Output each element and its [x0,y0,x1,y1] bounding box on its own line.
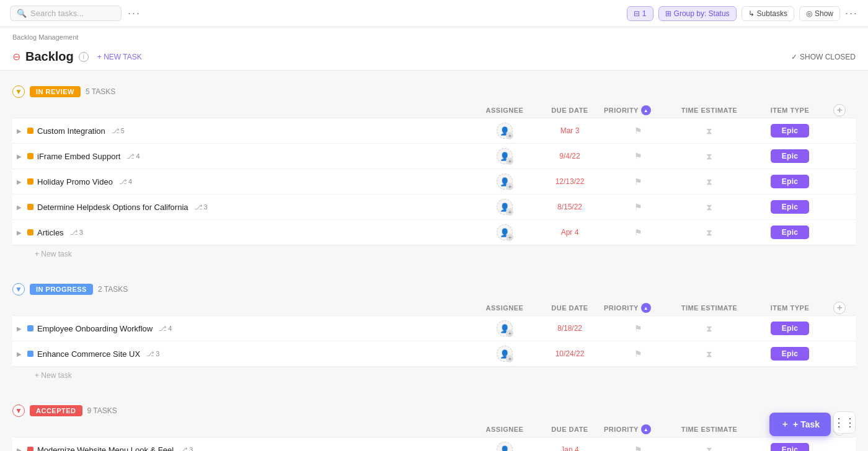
time-estimate-cell[interactable]: ⧗ [672,126,746,136]
new-task-header-button[interactable]: + NEW TASK [94,51,146,63]
section-collapse-btn-in-progress[interactable]: ▼ [12,283,25,296]
priority-sort-icon-in-progress[interactable]: ▲ [641,303,651,313]
checkmark-icon: ✓ [791,53,797,61]
backlog-collapse-icon[interactable]: ⊖ [12,51,20,63]
task-name-cell: ▶ Determine Helpdesk Options for Califor… [12,203,474,212]
priority-cell[interactable]: ⚑ [604,349,672,359]
group-icon: ⊞ [665,9,671,18]
priority-sort-icon-accepted[interactable]: ▲ [641,424,651,434]
table-row[interactable]: ▶ Modernize Website Menu Look & Feel ⎇ 3… [12,437,856,451]
due-date-cell: Apr 4 [536,228,604,237]
section-task-count-accepted: 9 TASKS [87,406,117,415]
section-accepted: ▼ ACCEPTED 9 TASKS ASSIGNEE DUE DATE PRI… [12,401,856,451]
time-estimate-cell[interactable]: ⧗ [672,445,746,452]
section-collapse-btn-in-review[interactable]: ▼ [12,85,25,98]
avatar[interactable]: 👤 ＋ [497,442,513,451]
priority-cell[interactable]: ⚑ [604,445,672,451]
time-estimate-cell[interactable]: ⧗ [672,349,746,359]
time-estimate-cell[interactable]: ⧗ [672,202,746,212]
col-add-in-review: ＋ [833,104,856,116]
item-type-cell: Epic [746,124,833,138]
task-color-dot [27,447,33,451]
info-icon[interactable]: i [79,52,89,62]
expand-arrow[interactable]: ▶ [15,228,24,237]
flag-icon: ⚑ [634,227,642,237]
subtasks-label: Subtasks [757,9,787,18]
table-row[interactable]: ▶ Employee Onboarding Workflow ⎇ 4 👤 ＋ 8… [12,316,856,341]
avatar[interactable]: 👤 ＋ [497,224,513,240]
avatar[interactable]: 👤 ＋ [497,346,513,362]
time-estimate-cell[interactable]: ⧗ [672,151,746,162]
section-collapse-btn-accepted[interactable]: ▼ [12,405,25,417]
col-headers-in-review: ASSIGNEE DUE DATE PRIORITY ▲ TIME ESTIMA… [12,102,856,118]
avatar[interactable]: 👤 ＋ [497,320,513,336]
col-headers-accepted: ASSIGNEE DUE DATE PRIORITY ▲ TIME ESTIMA… [12,421,856,437]
avatar[interactable]: 👤 ＋ [497,148,513,164]
table-row[interactable]: ▶ Articles ⎇ 3 👤 ＋ Apr 4 ⚑ ⧗ [12,220,856,245]
avatar-plus-icon: ＋ [506,132,513,139]
flag-icon: ⚑ [634,202,642,212]
filter-button[interactable]: ⊟ 1 [627,6,653,21]
show-closed-button[interactable]: ✓ SHOW CLOSED [791,53,856,61]
table-row[interactable]: ▶ iFrame Embed Support ⎇ 4 👤 ＋ 9/4/22 ⚑ … [12,144,856,169]
search-box[interactable]: 🔍 Search tasks... [10,6,122,21]
subtask-icon: ⎇ [146,350,154,358]
subtask-icon: ⎇ [159,325,167,333]
item-type-cell: Epic [746,200,833,214]
expand-arrow[interactable]: ▶ [15,152,24,160]
col-duedate-accepted: DUE DATE [536,426,604,433]
due-date-cell: Mar 3 [536,126,604,135]
time-estimate-cell[interactable]: ⧗ [672,177,746,187]
topbar-more-btn[interactable]: ··· [128,7,141,20]
expand-arrow[interactable]: ▶ [15,445,24,451]
task-name-cell: ▶ Custom Integration ⎇ 5 [12,126,474,136]
show-button[interactable]: ◎ Show [799,6,840,21]
task-list-in-progress: ▶ Employee Onboarding Workflow ⎇ 4 👤 ＋ 8… [12,316,856,367]
expand-arrow[interactable]: ▶ [15,126,24,135]
add-col-btn-in-progress[interactable]: ＋ [833,302,846,314]
task-name: iFrame Embed Support [37,152,120,161]
subtask-count: ⎇ 5 [112,127,125,135]
expand-arrow[interactable]: ▶ [15,177,24,186]
new-task-row[interactable]: + New task [12,246,856,262]
expand-arrow[interactable]: ▶ [15,203,24,211]
avatar[interactable]: 👤 ＋ [497,123,513,139]
table-row[interactable]: ▶ Determine Helpdesk Options for Califor… [12,195,856,220]
subtasks-button[interactable]: ↳ Subtasks [742,6,794,21]
expand-arrow[interactable]: ▶ [15,324,24,333]
due-date-cell: 9/4/22 [536,152,604,160]
priority-sort-icon-in-review[interactable]: ▲ [641,105,651,115]
new-task-row[interactable]: + New task [12,367,856,383]
group-by-button[interactable]: ⊞ Group by: Status [658,6,737,21]
section-in-progress: ▼ IN PROGRESS 2 TASKS ASSIGNEE DUE DATE … [12,279,856,390]
section-header-in-progress: ▼ IN PROGRESS 2 TASKS [12,279,856,299]
hourglass-icon: ⧗ [706,445,712,452]
priority-cell[interactable]: ⚑ [604,151,672,161]
priority-cell[interactable]: ⚑ [604,177,672,186]
col-itemtype-in-progress: ITEM TYPE [746,304,833,312]
topbar-overflow-btn[interactable]: ··· [845,7,858,20]
table-row[interactable]: ▶ Custom Integration ⎇ 5 👤 ＋ Mar 3 ⚑ ⧗ [12,118,856,144]
avatar[interactable]: 👤 ＋ [497,173,513,190]
task-color-dot [27,229,33,235]
priority-cell[interactable]: ⚑ [604,323,672,333]
table-row[interactable]: ▶ Enhance Commerce Site UX ⎇ 3 👤 ＋ 10/24… [12,341,856,367]
due-date-cell: 8/15/22 [536,203,604,211]
filter-count: 1 [642,9,647,18]
priority-cell[interactable]: ⚑ [604,202,672,212]
priority-cell[interactable]: ⚑ [604,126,672,136]
avatar-plus-icon: ＋ [506,355,513,362]
fab-apps-icon[interactable]: ⋮⋮ [833,411,856,434]
col-duedate-in-progress: DUE DATE [536,304,604,312]
task-name-cell: ▶ Articles ⎇ 3 [12,228,474,237]
time-estimate-cell[interactable]: ⧗ [672,227,746,238]
table-row[interactable]: ▶ Holiday Promo Video ⎇ 4 👤 ＋ 12/13/22 ⚑… [12,169,856,195]
add-task-fab[interactable]: ＋ + Task [769,413,831,436]
col-timeest-in-progress: TIME ESTIMATE [672,304,746,312]
time-estimate-cell[interactable]: ⧗ [672,323,746,334]
priority-cell[interactable]: ⚑ [604,227,672,237]
add-col-btn-in-review[interactable]: ＋ [833,104,846,116]
expand-arrow[interactable]: ▶ [15,349,24,358]
avatar[interactable]: 👤 ＋ [497,199,513,215]
assignee-cell: 👤 ＋ [474,199,536,215]
